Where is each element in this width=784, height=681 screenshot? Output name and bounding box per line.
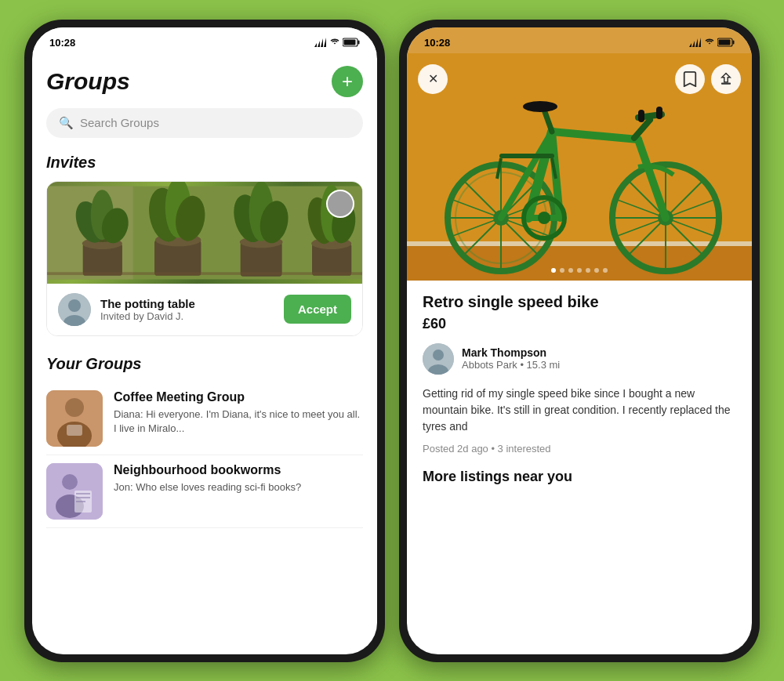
listing-description: Getting rid of my single speed bike sinc…: [423, 386, 736, 435]
listing-image: ✕: [407, 53, 752, 281]
status-time-2: 10:28: [424, 37, 450, 49]
coffee-group-image: [46, 390, 103, 447]
phone-groups-screen: 10:28: [32, 27, 377, 654]
invite-group-image: [47, 182, 362, 284]
seller-name: Mark Thompson: [462, 346, 560, 359]
svg-marker-2: [321, 38, 323, 47]
status-bar-2: 10:28: [407, 27, 752, 53]
bookmark-icon: [683, 71, 697, 87]
add-group-button[interactable]: +: [332, 66, 363, 97]
groups-header: Groups +: [46, 53, 363, 108]
svg-point-80: [538, 212, 550, 224]
status-time-1: 10:28: [49, 37, 75, 49]
invite-bottom: The potting table Invited by David J. Ac…: [47, 284, 362, 335]
phone-listing: 10:28: [399, 20, 760, 662]
svg-rect-43: [76, 497, 90, 498]
listing-title: Retro single speed bike: [423, 293, 736, 311]
plants-illustration: [47, 182, 362, 284]
svg-rect-83: [638, 110, 644, 122]
group-item-coffee[interactable]: Coffee Meeting Group Diana: Hi everyone.…: [46, 382, 363, 455]
invite-card: The potting table Invited by David J. Ac…: [46, 181, 363, 336]
invite-group-name: The potting table: [100, 297, 274, 310]
dot-1: [551, 268, 556, 273]
coffee-group-name: Coffee Meeting Group: [114, 390, 363, 404]
svg-rect-84: [656, 107, 662, 119]
listing-meta: Posted 2d ago • 3 interested: [423, 443, 736, 455]
search-bar[interactable]: 🔍 Search Groups: [46, 108, 363, 138]
svg-rect-87: [499, 154, 554, 158]
listing-price: £60: [423, 316, 736, 332]
status-bar-1: 10:28: [32, 27, 377, 53]
dot-5: [586, 268, 590, 273]
seller-avatar-image: [423, 343, 454, 375]
books-group-name: Neighbourhood bookworms: [114, 463, 301, 477]
svg-point-92: [433, 350, 444, 360]
svg-point-39: [62, 474, 78, 490]
svg-rect-5: [358, 41, 360, 45]
books-group-thumbnail: [46, 463, 103, 520]
svg-rect-6: [344, 40, 356, 45]
svg-rect-50: [733, 41, 735, 45]
invites-section-title: Invites: [46, 154, 363, 172]
coffee-group-thumbnail: [46, 390, 103, 447]
bookmark-button[interactable]: [675, 64, 705, 94]
svg-marker-48: [699, 38, 701, 47]
books-group-image: [46, 463, 103, 520]
dot-3: [568, 268, 573, 273]
books-group-info: Neighbourhood bookworms Jon: Who else lo…: [114, 463, 301, 494]
groups-page-title: Groups: [46, 68, 130, 95]
wifi-icon: [330, 38, 339, 47]
phones-container: 10:28: [9, 4, 775, 678]
close-listing-button[interactable]: ✕: [418, 64, 448, 94]
seller-location: Abbots Park • 15.3 mi: [462, 359, 560, 371]
svg-rect-51: [719, 40, 731, 45]
svg-rect-37: [67, 425, 82, 436]
inviter-avatar: [58, 293, 91, 326]
svg-rect-30: [47, 272, 362, 275]
search-groups-input[interactable]: Search Groups: [80, 116, 159, 129]
coffee-group-preview: Diana: Hi everyone. I'm Diana, it's nice…: [114, 408, 363, 436]
wifi-icon-2: [705, 38, 714, 47]
seller-info: Mark Thompson Abbots Park • 15.3 mi: [462, 346, 560, 371]
svg-marker-0: [314, 43, 317, 47]
your-groups-section: Your Groups: [46, 355, 363, 528]
listing-action-buttons: [675, 64, 741, 94]
group-item-books[interactable]: Neighbourhood bookworms Jon: Who else lo…: [46, 455, 363, 528]
svg-point-86: [523, 101, 557, 112]
signal-icon: [314, 38, 327, 47]
svg-rect-44: [76, 501, 85, 502]
dot-7: [603, 268, 608, 273]
phone-groups: 10:28: [24, 20, 385, 662]
svg-point-32: [68, 299, 81, 312]
groups-content: Groups + 🔍 Search Groups Invites: [32, 53, 377, 649]
your-groups-title: Your Groups: [46, 355, 363, 373]
dot-2: [560, 268, 564, 273]
phone-listing-screen: 10:28: [407, 27, 752, 654]
battery-icon-2: [717, 38, 735, 47]
svg-marker-45: [689, 43, 691, 47]
signal-icon-2: [689, 38, 702, 47]
coffee-group-info: Coffee Meeting Group Diana: Hi everyone.…: [114, 390, 363, 436]
svg-marker-1: [318, 41, 320, 47]
svg-marker-47: [695, 38, 698, 47]
invite-by-text: Invited by David J.: [100, 310, 274, 322]
battery-icon: [343, 38, 360, 47]
close-icon: ✕: [428, 71, 438, 86]
invite-info: The potting table Invited by David J.: [100, 297, 274, 322]
dot-6: [594, 268, 599, 273]
svg-rect-42: [76, 493, 90, 494]
invite-overlay-avatar: [326, 190, 354, 218]
share-icon: [719, 71, 733, 87]
search-icon: 🔍: [59, 116, 74, 130]
status-icons-1: [314, 38, 360, 47]
listing-content: Retro single speed bike £60 Mark Thompso…: [407, 281, 752, 498]
books-group-preview: Jon: Who else loves reading sci-fi books…: [114, 480, 301, 494]
inviter-avatar-image: [58, 293, 91, 326]
accept-invite-button[interactable]: Accept: [284, 295, 351, 324]
seller-avatar: [423, 343, 454, 375]
svg-marker-3: [324, 38, 326, 47]
more-listings-title: More listings near you: [423, 469, 736, 485]
svg-rect-90: [721, 82, 731, 84]
share-button[interactable]: [711, 64, 741, 94]
dot-4: [577, 268, 582, 273]
